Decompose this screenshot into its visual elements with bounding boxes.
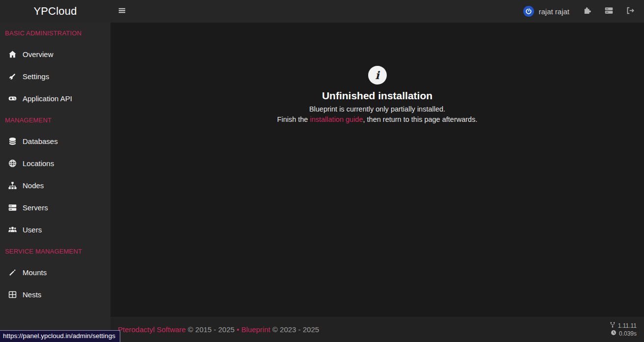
servers-button[interactable] — [598, 0, 619, 23]
instruction-prefix: Finish the — [277, 115, 310, 123]
logout-icon — [626, 6, 635, 17]
clock-icon — [611, 330, 617, 338]
pterodactyl-copyright: © 2015 - 2025 — [186, 325, 237, 334]
sitemap-icon — [7, 181, 17, 190]
sidebar-item-settings[interactable]: Settings — [0, 65, 110, 87]
home-icon — [7, 50, 17, 58]
footer-meta: 1.11.11 0.039s — [610, 322, 637, 338]
user-menu[interactable]: rajat rajat — [523, 6, 569, 17]
sidebar-item-servers[interactable]: Servers — [0, 197, 110, 219]
panel-version: 1.11.11 — [618, 322, 637, 330]
sidebar-item-locations[interactable]: Locations — [0, 152, 110, 174]
installation-guide-link[interactable]: installation guide — [310, 115, 363, 123]
sidebar-section-basic-administration: BASIC ADMINISTRATION — [0, 23, 110, 43]
sidebar-item-nests[interactable]: Nests — [0, 284, 110, 306]
power-icon — [526, 8, 532, 14]
footer-credits: Pterodactyl Software © 2015 - 2025 • Blu… — [118, 325, 319, 334]
hamburger-icon — [118, 7, 126, 16]
database-icon — [7, 137, 17, 145]
sidebar-section-service-management: SERVICE MANAGEMENT — [0, 241, 110, 261]
main-content: i Unfinished installation Blueprint is c… — [110, 23, 644, 317]
top-navbar: YPCloud rajat rajat — [0, 0, 644, 23]
sidebar-toggle-button[interactable] — [110, 0, 134, 23]
sidebar-item-overview[interactable]: Overview — [0, 43, 110, 65]
sidebar-item-mounts[interactable]: Mounts — [0, 261, 110, 284]
user-avatar — [523, 6, 534, 17]
globe-icon — [7, 159, 17, 168]
admin-sidebar: BASIC ADMINISTRATION Overview Settings A… — [0, 23, 110, 342]
brand-logo[interactable]: YPCloud — [0, 0, 110, 23]
page-title: Unfinished installation — [110, 90, 644, 102]
server-icon — [7, 203, 17, 212]
pterodactyl-link[interactable]: Pterodactyl Software — [118, 325, 186, 334]
sidebar-item-application-api[interactable]: Application API — [0, 87, 110, 110]
users-icon — [7, 226, 17, 234]
browser-status-url: https://panel.ypcloud.in/admin/settings — [0, 330, 120, 342]
server-icon — [605, 6, 613, 17]
gamepad-icon — [7, 94, 17, 103]
extensions-button[interactable] — [576, 0, 598, 23]
puzzle-icon — [583, 6, 591, 17]
logout-button[interactable] — [619, 0, 641, 23]
sidebar-item-nodes[interactable]: Nodes — [0, 174, 110, 197]
render-time: 0.039s — [619, 330, 637, 338]
grid-icon — [7, 290, 17, 299]
instruction-suffix: , then return to this page afterwards. — [363, 115, 478, 123]
blueprint-link[interactable]: Blueprint — [241, 325, 270, 334]
user-name: rajat rajat — [538, 7, 569, 16]
wrench-icon — [7, 72, 17, 81]
install-instruction-line: Finish the installation guide, then retu… — [110, 114, 644, 125]
blueprint-copyright: © 2023 - 2025 — [270, 325, 319, 334]
install-status-line: Blueprint is currently only partially in… — [110, 104, 644, 114]
code-fork-icon — [610, 322, 616, 330]
navbar-right: rajat rajat — [523, 0, 644, 23]
magic-wand-icon — [7, 268, 17, 277]
sidebar-item-databases[interactable]: Databases — [0, 130, 110, 152]
sidebar-item-users[interactable]: Users — [0, 219, 110, 241]
sidebar-section-management: MANAGEMENT — [0, 110, 110, 130]
info-icon: i — [368, 66, 387, 85]
footer: Pterodactyl Software © 2015 - 2025 • Blu… — [110, 317, 644, 342]
